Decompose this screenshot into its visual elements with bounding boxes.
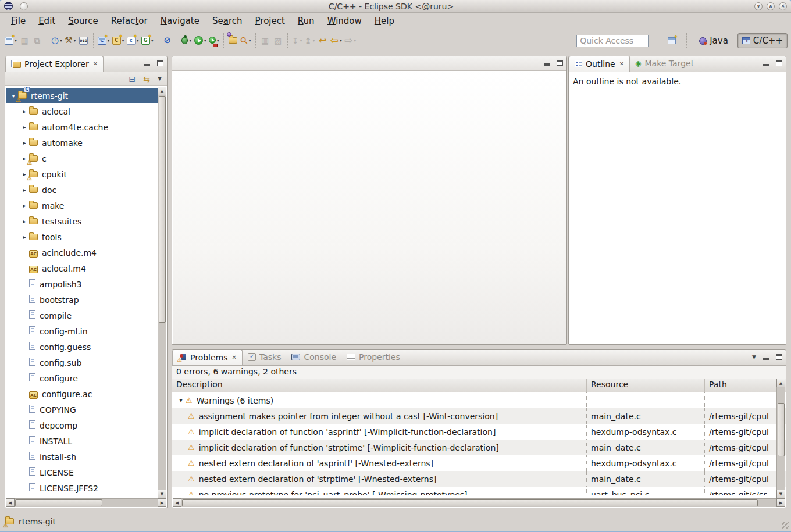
menu-project[interactable]: Project: [249, 14, 291, 28]
tab-outline[interactable]: Outline ✕: [569, 56, 630, 72]
tree-item-autom4te.cache[interactable]: ▸autom4te.cache: [6, 119, 158, 135]
dropdown-arrow-icon[interactable]: ▾: [354, 38, 356, 43]
new-c-project-button[interactable]: C✦▾: [97, 33, 111, 48]
new-class-button[interactable]: G✦▾: [140, 33, 155, 48]
expand-arrow-icon[interactable]: ▸: [20, 108, 29, 115]
tree-item-config.guess[interactable]: config.guess: [6, 339, 158, 355]
dropdown-arrow-icon[interactable]: ▾: [60, 38, 62, 43]
tree-item-aclocal.m4[interactable]: ACaclocal.m4: [6, 260, 158, 276]
tree-item-copying[interactable]: COPYING: [6, 402, 158, 417]
minimize-view-button[interactable]: [544, 63, 550, 66]
scrollbar-thumb[interactable]: [159, 96, 166, 323]
maximize-view-button[interactable]: [776, 60, 782, 66]
collapse-arrow-icon[interactable]: ▾: [176, 397, 186, 404]
tree-item-aclocal[interactable]: ▸aclocal: [6, 103, 158, 119]
run-button[interactable]: ▾: [193, 33, 208, 48]
quick-access-input[interactable]: [576, 35, 649, 47]
problem-row[interactable]: ⚠implicit declaration of function 'strpt…: [172, 440, 786, 455]
column-path[interactable]: Path: [705, 379, 777, 392]
menu-window[interactable]: Window: [321, 14, 368, 28]
tree-item-cpukit[interactable]: ▸⚠cpukit: [6, 166, 158, 182]
expand-arrow-icon[interactable]: ▸: [20, 218, 29, 224]
tab-project-explorer[interactable]: Project Explorer ✕: [5, 56, 104, 72]
close-icon[interactable]: ✕: [232, 354, 237, 360]
open-type-button[interactable]: ▦: [259, 33, 272, 48]
new-c-folder-button[interactable]: C✦▾: [111, 33, 126, 48]
tree-item-license.jffs2[interactable]: LICENSE.JFFS2: [6, 480, 158, 496]
dropdown-arrow-icon[interactable]: ▾: [204, 38, 206, 43]
maximize-window-button[interactable]: ∧: [767, 2, 775, 10]
menu-navigate[interactable]: Navigate: [154, 14, 206, 28]
tree-item-ampolish3[interactable]: ampolish3: [6, 276, 158, 292]
eclipse-logo-icon[interactable]: [4, 2, 13, 10]
tree-item-config-ml.in[interactable]: config-ml.in: [6, 323, 158, 339]
tree-horizontal-scrollbar[interactable]: ◀ ▶: [6, 498, 166, 507]
tree-item-make[interactable]: ▸make: [6, 198, 158, 213]
maximize-view-button[interactable]: [157, 60, 163, 66]
tree-item-bootstrap[interactable]: bootstrap: [6, 292, 158, 308]
tree-item-acinclude.m4[interactable]: ACacinclude.m4: [6, 245, 158, 260]
problem-row[interactable]: ⚠implicit declaration of function 'aspri…: [172, 424, 786, 440]
save-button[interactable]: ▦: [18, 33, 31, 48]
link-with-editor-button[interactable]: ⇆: [143, 75, 150, 83]
column-resource[interactable]: Resource: [587, 379, 705, 392]
minimize-window-button[interactable]: ∨: [754, 2, 763, 10]
cpp-perspective-button[interactable]: C C/C++: [737, 33, 788, 48]
view-menu-button[interactable]: ▼: [752, 355, 756, 360]
tab-console[interactable]: Console: [286, 349, 341, 365]
tree-item-license[interactable]: LICENSE: [6, 465, 158, 480]
tab-properties[interactable]: Properties: [341, 349, 405, 365]
profile-button[interactable]: ◷▾: [50, 33, 63, 48]
tree-item-tools[interactable]: ▸tools: [6, 229, 158, 245]
tab-tasks[interactable]: Tasks: [243, 349, 287, 365]
problem-row[interactable]: ⚠nested extern declaration of 'strptime'…: [172, 471, 786, 487]
debug-button[interactable]: ▾: [180, 33, 193, 48]
tree-item-configure[interactable]: configure: [6, 370, 158, 386]
tab-problems[interactable]: ⚠ Problems ✕: [172, 349, 243, 365]
tree-item-install-sh[interactable]: install-sh: [6, 449, 158, 465]
external-tools-button[interactable]: ▾: [208, 33, 220, 48]
expand-arrow-icon[interactable]: ▸: [20, 234, 29, 240]
view-menu-button[interactable]: ▼: [158, 76, 162, 81]
dropdown-arrow-icon[interactable]: ▾: [340, 38, 342, 43]
scrollbar-thumb[interactable]: [182, 499, 758, 506]
collapse-all-button[interactable]: ⊟: [129, 75, 136, 83]
menu-source[interactable]: Source: [62, 14, 105, 28]
mark-occurrences-button[interactable]: ⊘: [161, 33, 174, 48]
scroll-up-button[interactable]: ▲: [776, 379, 785, 387]
new-c-file-button[interactable]: c✦▾: [126, 33, 140, 48]
problem-row[interactable]: ⚠assignment makes pointer from integer w…: [172, 408, 786, 424]
problem-row[interactable]: ⚠no previous prototype for 'pci_uart_pro…: [172, 487, 786, 495]
column-description[interactable]: Description: [172, 379, 587, 392]
close-icon[interactable]: ✕: [619, 60, 624, 67]
tree-item-rtems-git[interactable]: ▾⚠Crtems-git: [6, 88, 158, 103]
expand-arrow-icon[interactable]: ▸: [20, 124, 29, 130]
minimize-view-button[interactable]: [763, 64, 769, 66]
expand-arrow-icon[interactable]: ▸: [20, 187, 29, 193]
close-window-button[interactable]: ×: [779, 2, 787, 10]
scrollbar-thumb[interactable]: [778, 403, 785, 456]
tree-item-automake[interactable]: ▸automake: [6, 135, 158, 151]
minimize-view-button[interactable]: [763, 358, 769, 360]
tree-item-install[interactable]: INSTALL: [6, 433, 158, 449]
back-button[interactable]: ⇦▾: [329, 33, 343, 48]
problems-vertical-scrollbar[interactable]: ▲ ▼: [776, 379, 785, 498]
menu-file[interactable]: File: [5, 14, 32, 28]
last-edit-location-button[interactable]: ↩: [316, 33, 329, 48]
search-button[interactable]: ⚲▾: [240, 33, 252, 48]
problems-horizontal-scrollbar[interactable]: ◀ ▶: [173, 498, 785, 507]
scroll-up-button[interactable]: ▲: [158, 87, 166, 95]
tree-item-c[interactable]: ▸⚠c: [6, 151, 158, 166]
maximize-view-button[interactable]: [557, 60, 563, 66]
menu-edit[interactable]: Edit: [32, 14, 62, 28]
menu-help[interactable]: Help: [368, 14, 401, 28]
dropdown-arrow-icon[interactable]: ▾: [217, 38, 219, 43]
tree-item-configure.ac[interactable]: ACconfigure.ac: [6, 386, 158, 402]
previous-annotation-button[interactable]: ↥▾: [304, 33, 316, 48]
tree-vertical-scrollbar[interactable]: ▲ ▼: [158, 87, 166, 498]
scroll-down-button[interactable]: ▼: [776, 490, 785, 498]
tree-item-doc[interactable]: ▸doc: [6, 182, 158, 198]
scroll-right-button[interactable]: ▶: [158, 498, 166, 507]
menu-search[interactable]: Search: [206, 14, 249, 28]
binary-button[interactable]: 010: [77, 33, 90, 48]
